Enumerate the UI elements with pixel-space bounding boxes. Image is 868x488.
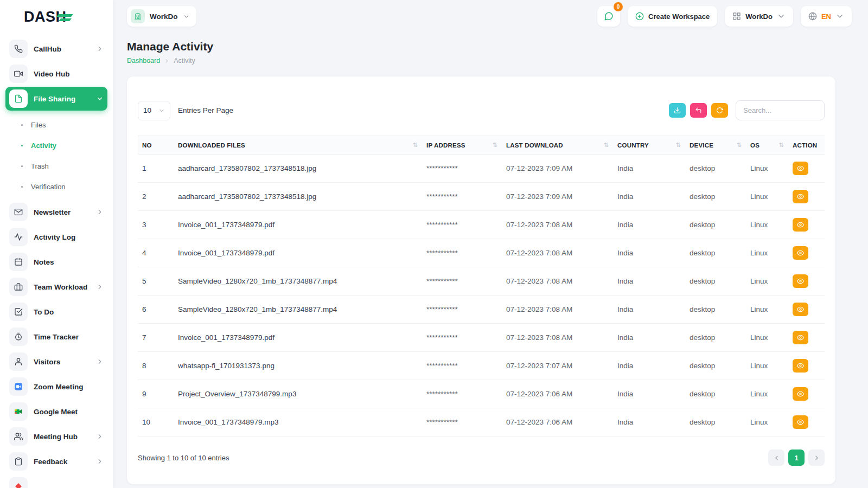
refresh-icon — [716, 107, 723, 114]
dot-icon — [20, 164, 24, 169]
sidebar-subitem-files[interactable]: Files — [15, 114, 107, 135]
logo-accent-icon — [58, 14, 72, 21]
view-button[interactable] — [793, 274, 808, 288]
eye-icon — [797, 419, 804, 426]
page-number-button[interactable]: 1 — [788, 450, 805, 466]
cell-ip-address: *********** — [422, 155, 502, 183]
breadcrumb-dashboard-link[interactable]: Dashboard — [127, 57, 160, 65]
column-header-downloaded-files[interactable]: DOWNLOADED FILES⇅ — [174, 136, 422, 155]
controls-right — [669, 100, 825, 120]
view-button[interactable] — [793, 331, 808, 344]
table-row: 6SampleVideo_1280x720_1mb_1737348877.mp4… — [138, 296, 825, 324]
create-workspace-button[interactable]: Create Workspace — [628, 6, 717, 27]
eye-icon — [797, 278, 804, 285]
column-header-action: ACTION — [788, 136, 825, 155]
view-button[interactable] — [793, 190, 808, 203]
cell-country: India — [613, 155, 685, 183]
language-selector[interactable]: EN — [801, 6, 852, 27]
sidebar-item-google-meet[interactable]: Google Meet — [5, 400, 107, 423]
phone-icon — [14, 44, 23, 53]
users-icon — [14, 432, 23, 441]
cell-action — [788, 267, 825, 296]
breadcrumb-separator-icon — [164, 58, 170, 64]
download-icon — [674, 107, 681, 114]
app-logo[interactable]: DASH — [0, 0, 113, 34]
search-input[interactable] — [736, 100, 825, 120]
sidebar-item-label: Visitors — [34, 358, 90, 366]
sidebar-item-item[interactable] — [5, 474, 107, 488]
sidebar-item-newsletter[interactable]: Newsletter — [5, 200, 107, 224]
sidebar-item-file-sharing[interactable]: File Sharing — [5, 87, 107, 111]
column-header-last-download[interactable]: LAST DOWNLOAD⇅ — [502, 136, 613, 155]
cell-downloaded-file: SampleVideo_1280x720_1mb_1737348877.mp4 — [174, 267, 422, 296]
cell-action — [788, 155, 825, 183]
column-header-ip-address[interactable]: IP ADDRESS⇅ — [422, 136, 502, 155]
cell-downloaded-file: aadharcard_1735807802_1737348518.jpg — [174, 183, 422, 211]
sidebar-item-to-do[interactable]: To Do — [5, 300, 107, 324]
view-button[interactable] — [793, 246, 808, 260]
eye-icon — [797, 193, 804, 200]
cell-downloaded-file: aadharcard_1735807802_1737348518.jpg — [174, 155, 422, 183]
dot-icon — [20, 184, 24, 189]
next-page-button[interactable] — [808, 450, 825, 466]
messages-button[interactable]: 0 — [597, 6, 620, 27]
download-button[interactable] — [669, 103, 686, 118]
building-icon — [134, 12, 142, 20]
timer-icon — [14, 332, 23, 341]
sidebar-item-team-workload[interactable]: Team Workload — [5, 275, 107, 299]
breadcrumb-current: Activity — [174, 57, 195, 65]
chevron-right-icon — [96, 45, 104, 53]
cell-ip-address: *********** — [422, 211, 502, 239]
app-switcher-dropdown[interactable]: WorkDo — [725, 6, 793, 27]
view-button[interactable] — [793, 303, 808, 316]
cell-ip-address: *********** — [422, 239, 502, 267]
table-row: 10Invoice_001_1737348979.mp3***********0… — [138, 408, 825, 436]
view-button[interactable] — [793, 218, 808, 232]
cell-os: Linux — [746, 352, 788, 380]
column-header-device[interactable]: DEVICE⇅ — [685, 136, 746, 155]
column-header-os[interactable]: OS⇅ — [746, 136, 788, 155]
cell-country: India — [613, 296, 685, 324]
sidebar-subitem-activity[interactable]: Activity — [15, 135, 107, 156]
cell-action — [788, 380, 825, 408]
sidebar-subitem-label: Activity — [31, 142, 56, 150]
cell-no: 9 — [138, 380, 174, 408]
note-icon — [14, 258, 23, 266]
sidebar-item-label: Meeting Hub — [34, 433, 90, 441]
cell-downloaded-file: SampleVideo_1280x720_1mb_1737348877.mp4 — [174, 296, 422, 324]
view-button[interactable] — [793, 359, 808, 373]
entries-per-page-select[interactable]: 10 — [138, 101, 170, 120]
sidebar-item-zoom-meeting[interactable]: Zoom Meeting — [5, 375, 107, 399]
refresh-button[interactable] — [711, 103, 728, 118]
undo-button[interactable] — [690, 103, 707, 118]
view-button[interactable] — [793, 387, 808, 401]
cell-ip-address: *********** — [422, 267, 502, 296]
cell-device: desktop — [685, 155, 746, 183]
topbar-right: 0 Create Workspace WorkDo EN — [597, 6, 852, 27]
previous-page-button[interactable] — [768, 450, 784, 466]
cell-last-download: 07-12-2023 7:09 AM — [502, 155, 613, 183]
table-row: 9Project_Overview_1737348799.mp3********… — [138, 380, 825, 408]
sidebar-item-activity-log[interactable]: Activity Log — [5, 225, 107, 249]
sidebar-item-meeting-hub[interactable]: Meeting Hub — [5, 425, 107, 448]
sidebar-item-callhub[interactable]: CallHub — [5, 37, 107, 61]
cell-downloaded-file: Project_Overview_1737348799.mp3 — [174, 380, 422, 408]
cell-os: Linux — [746, 155, 788, 183]
sidebar-subitem-trash[interactable]: Trash — [15, 156, 107, 176]
workspace-selector[interactable]: WorkDo — [127, 6, 196, 27]
cell-no: 1 — [138, 155, 174, 183]
table-body: 1aadharcard_1735807802_1737348518.jpg***… — [138, 155, 825, 436]
sidebar-subitem-verification[interactable]: Verification — [15, 176, 107, 197]
sidebar-item-notes[interactable]: Notes — [5, 250, 107, 274]
chevron-right-icon — [96, 433, 104, 440]
column-header-country[interactable]: COUNTRY⇅ — [613, 136, 685, 155]
view-button[interactable] — [793, 415, 808, 429]
cell-country: India — [613, 352, 685, 380]
view-button[interactable] — [793, 162, 808, 175]
sidebar-item-feedback[interactable]: Feedback — [5, 450, 107, 473]
sidebar-item-time-tracker[interactable]: Time Tracker — [5, 325, 107, 349]
sidebar-item-visitors[interactable]: Visitors — [5, 350, 107, 374]
sort-icon: ⇅ — [493, 142, 497, 149]
cell-last-download: 07-12-2023 7:08 AM — [502, 324, 613, 352]
sidebar-item-video-hub[interactable]: Video Hub — [5, 62, 107, 86]
